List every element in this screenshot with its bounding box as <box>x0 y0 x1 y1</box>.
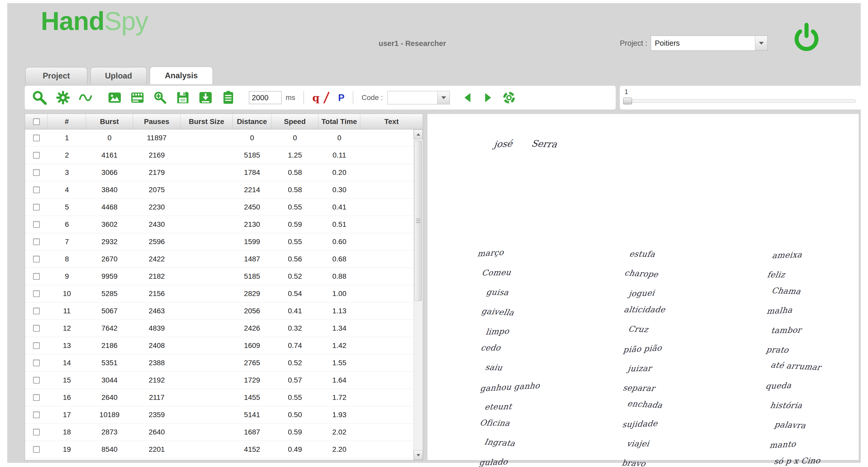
project-select[interactable]: Poitiers <box>651 36 768 51</box>
table-cell: 2182 <box>133 272 181 281</box>
code-select[interactable] <box>388 91 450 104</box>
film-strip-icon[interactable] <box>130 90 145 105</box>
table-row[interactable]: 82670242214870.560.68 <box>25 251 413 268</box>
table-row[interactable]: 127642483924260.321.34 <box>25 320 413 337</box>
interval-input[interactable] <box>249 91 281 104</box>
burst-table: # Burst Pauses Burst Size Distance Speed… <box>25 114 423 460</box>
table-cell: 0.55 <box>272 394 318 402</box>
pause-marker-button[interactable]: P <box>338 93 344 102</box>
row-checkbox[interactable] <box>33 169 40 176</box>
row-checkbox[interactable] <box>33 256 40 262</box>
column-header-text[interactable]: Text <box>360 114 423 129</box>
row-checkbox[interactable] <box>33 429 40 435</box>
row-checkbox[interactable] <box>33 360 40 366</box>
row-checkbox[interactable] <box>33 411 40 418</box>
slider-track[interactable] <box>623 100 856 102</box>
code-select-value <box>388 91 437 104</box>
table-row[interactable]: 105285215628290.541.00 <box>25 285 413 303</box>
table-cell: 1.34 <box>318 324 360 333</box>
power-button[interactable] <box>791 22 822 53</box>
row-checkbox[interactable] <box>33 394 40 401</box>
zoom-in-icon[interactable] <box>153 90 167 105</box>
row-checkbox[interactable] <box>33 204 40 211</box>
table-cell: 3840 <box>86 186 133 194</box>
table-row[interactable]: 145351238827650.521.55 <box>25 354 413 372</box>
table-row[interactable]: 99959218251850.520.88 <box>25 268 413 285</box>
column-header-speed[interactable]: Speed <box>272 114 318 129</box>
tab-project[interactable]: Project <box>25 67 87 84</box>
row-checkbox-cell <box>25 256 48 262</box>
row-checkbox[interactable] <box>33 273 40 280</box>
row-checkbox[interactable] <box>33 308 40 314</box>
prev-icon[interactable] <box>462 92 474 103</box>
handwritten-word: sujidade <box>622 419 658 429</box>
app-logo: HandSpy <box>41 7 148 35</box>
row-checkbox[interactable] <box>33 377 40 383</box>
row-checkbox[interactable] <box>33 221 40 228</box>
scroll-thumb[interactable] <box>414 141 422 301</box>
table-row[interactable]: 198540220141520.492.20 <box>25 441 413 458</box>
table-row[interactable]: 132186240816090.741.42 <box>25 337 413 354</box>
clipboard-icon[interactable] <box>221 90 236 105</box>
table-row[interactable]: 63602243021300.590.51 <box>25 216 413 233</box>
table-row[interactable]: 153044219217290.571.64 <box>25 372 413 389</box>
wave-icon[interactable] <box>79 91 92 104</box>
row-checkbox[interactable] <box>33 446 40 453</box>
save-icon[interactable] <box>176 90 190 105</box>
pen-slash-icon[interactable] <box>323 91 330 104</box>
table-cell: 2359 <box>133 411 181 419</box>
row-checkbox[interactable] <box>33 152 40 159</box>
tab-upload[interactable]: Upload <box>90 67 147 84</box>
table-row[interactable]: 43840207522140.580.30 <box>25 181 413 199</box>
table-cell: 1.00 <box>318 289 360 298</box>
row-checkbox[interactable] <box>33 290 40 297</box>
table-cell: 7 <box>48 238 86 246</box>
life-buoy-icon[interactable] <box>502 91 516 104</box>
user-role-label: user1 - Researcher <box>379 39 446 48</box>
row-checkbox-cell <box>25 325 48 332</box>
scroll-up-button[interactable] <box>414 129 423 139</box>
row-checkbox[interactable] <box>33 342 40 349</box>
column-header-burst[interactable]: Burst <box>86 114 133 129</box>
table-row[interactable]: 115067246320560.411.13 <box>25 303 413 320</box>
table-cell: 2214 <box>233 186 272 194</box>
select-all-checkbox[interactable] <box>33 118 40 125</box>
table-row[interactable]: 72932259615990.550.60 <box>25 233 413 251</box>
column-header-distance[interactable]: Distance <box>233 114 272 129</box>
table-cell: 0.30 <box>318 186 360 194</box>
column-header-total-time[interactable]: Total Time <box>318 114 360 129</box>
table-cell: 1 <box>48 134 86 142</box>
column-header-pauses[interactable]: Pauses <box>133 114 181 129</box>
next-icon[interactable] <box>482 92 494 103</box>
row-checkbox[interactable] <box>33 186 40 193</box>
table-cell: 3044 <box>86 376 133 384</box>
slider-handle[interactable] <box>623 98 632 104</box>
table-scrollbar[interactable] <box>413 129 423 460</box>
gear-icon[interactable] <box>56 90 70 105</box>
table-row[interactable]: 182873264016870.592.02 <box>25 424 413 441</box>
table-row[interactable]: 54468223024500.550.41 <box>25 199 413 216</box>
handwritten-word: eteunt <box>484 402 513 411</box>
row-checkbox[interactable] <box>33 134 40 141</box>
search-icon[interactable] <box>32 90 48 106</box>
table-cell: 5285 <box>86 289 133 298</box>
handwritten-word: pião pião <box>623 343 662 354</box>
table-row[interactable]: 1710189235951410.501.93 <box>25 406 413 424</box>
table-row[interactable]: 1011897000 <box>25 129 413 147</box>
import-icon[interactable] <box>198 90 213 105</box>
row-checkbox[interactable] <box>33 325 40 332</box>
table-row[interactable]: 33066217917840.580.20 <box>25 164 413 181</box>
table-cell: 2192 <box>133 376 181 384</box>
table-row[interactable]: 24161216951851.250.11 <box>25 147 413 164</box>
column-header-index[interactable]: # <box>48 114 86 129</box>
chevron-down-icon[interactable] <box>437 91 450 104</box>
tab-analysis[interactable]: Analysis <box>150 67 213 84</box>
image-icon[interactable] <box>107 90 122 105</box>
scroll-down-button[interactable] <box>414 450 423 460</box>
row-checkbox[interactable] <box>33 239 40 245</box>
chevron-down-icon[interactable] <box>755 36 767 50</box>
pen-marker-button[interactable]: q <box>312 92 319 103</box>
column-header-burst-size[interactable]: Burst Size <box>181 114 233 129</box>
table-row[interactable]: 162640211714550.551.72 <box>25 389 413 406</box>
handwriting-canvas[interactable]: josé Serra marçoComeuguisagaivellalimpoc… <box>427 114 859 460</box>
